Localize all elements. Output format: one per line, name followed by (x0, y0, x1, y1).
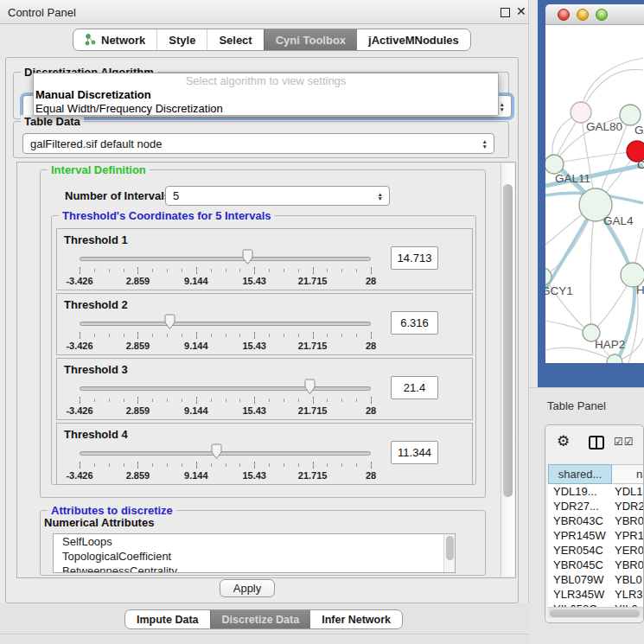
slider-track[interactable] (80, 386, 371, 391)
group-title: Interval Definition (48, 163, 150, 176)
threshold-value-field[interactable]: 21.4 (391, 376, 438, 399)
slider-thumb[interactable] (241, 249, 254, 265)
list-scrollbar[interactable] (443, 534, 455, 572)
dropdown-option-manual[interactable]: Manual Discretization (34, 88, 498, 102)
minimize-traffic-light-icon[interactable] (577, 9, 589, 21)
node-label: GAL4 (603, 214, 634, 227)
threshold-panel: Threshold 4 -3.4262.8599.14415.4321.7152… (56, 423, 473, 485)
network-node[interactable] (620, 105, 641, 125)
gear-icon[interactable]: ⚙ (557, 432, 570, 450)
node-label: C (637, 158, 644, 171)
close-icon[interactable]: ✕ (516, 4, 526, 18)
tab-discretize-data[interactable]: Discretize Data (210, 610, 311, 628)
tab-style[interactable]: Style (156, 29, 207, 50)
slider-thumb[interactable] (303, 379, 316, 395)
stepper-icon[interactable]: ▲▼ (482, 139, 488, 149)
threshold-label: Threshold 2 (64, 298, 128, 311)
tab-impute-data[interactable]: Impute Data (125, 610, 210, 628)
divider (0, 634, 529, 634)
tab-jactivemnodules[interactable]: jActiveMNodules (357, 29, 470, 50)
table-row[interactable]: YBR045C YBR0 (548, 558, 644, 572)
group-title: Table Data (21, 115, 84, 128)
list-item[interactable]: SelfLoops (54, 534, 455, 549)
table-panel-title: Table Panel (547, 399, 606, 412)
table-row[interactable]: YPR145W YPR1 (548, 528, 644, 543)
list-item[interactable]: BetweennessCentrality (54, 564, 455, 573)
tab-network[interactable]: Network (73, 29, 156, 50)
list-item[interactable]: TopologicalCoefficient (54, 549, 455, 564)
slider-track[interactable] (80, 257, 371, 261)
table-row[interactable]: YDL19... YDL1 (548, 484, 644, 499)
numerical-attributes-list[interactable]: SelfLoopsTopologicalCoefficientBetweenne… (53, 533, 456, 573)
slider-track[interactable] (80, 451, 371, 456)
dropdown-option-equal-width[interactable]: Equal Width/Frequency Discretization (34, 102, 498, 116)
network-icon (85, 34, 96, 46)
scrollbar-thumb[interactable] (446, 536, 454, 560)
horizontal-scrollbar[interactable] (548, 607, 644, 618)
close-traffic-light-icon[interactable] (558, 9, 570, 21)
table-row[interactable]: YDR27... YDR2 (548, 499, 644, 513)
table-data-value: galFiltered.sif default node (30, 137, 162, 150)
column-header-shared[interactable]: shared... (548, 464, 612, 484)
table-data-group: Table Data galFiltered.sif default node … (13, 121, 509, 158)
scrollbar-thumb[interactable] (550, 609, 640, 617)
checkbox-icons[interactable]: ☑☑ (614, 436, 634, 448)
slider-minor-ticks (80, 399, 372, 402)
group-title: Threshold's Coordinates for 5 Intervals (59, 209, 274, 222)
tab-infer-network[interactable]: Infer Network (310, 610, 402, 628)
group-title: Attributes to discretize (48, 504, 176, 517)
bottom-tab-bar: Impute Data Discretize Data Infer Networ… (124, 609, 403, 629)
interval-definition-group: Interval Definition Number of Intervals … (40, 169, 486, 498)
threshold-label: Threshold 4 (64, 428, 128, 441)
thresholds-group: Threshold's Coordinates for 5 Intervals … (51, 215, 476, 485)
slider-tick-labels: -3.4262.8599.14415.4321.71528 (80, 276, 371, 287)
window-title: Control Panel (8, 6, 76, 19)
node-label: HAP2 (595, 338, 625, 351)
threshold-panel: Threshold 3 -3.4262.8599.14415.4321.7152… (56, 358, 473, 420)
threshold-value-field[interactable]: 14.713 (391, 246, 438, 270)
number-of-intervals-label: Number of Intervals (65, 189, 170, 202)
cyni-toolbox-panel: Discretization Algorithm ▲▼ Table Data g… (5, 57, 519, 603)
table-row[interactable]: YBL079W YBL0 (548, 572, 644, 587)
number-of-intervals-select[interactable]: 5 ▲▼ (165, 186, 390, 206)
stepper-icon[interactable]: ▲▼ (378, 191, 383, 201)
control-panel-window: Control Panel ✕ Network Style Select Cyn… (0, 0, 529, 644)
table-row[interactable]: YLR345W YLR3 (548, 587, 644, 602)
vertical-scrollbar[interactable] (501, 163, 514, 577)
network-window-titlebar[interactable] (545, 4, 644, 25)
network-canvas[interactable]: GAL80 GA C GAL11 GAL4 GCY1 H HAP2 (545, 25, 644, 363)
network-node[interactable] (545, 155, 564, 174)
threshold-value-field[interactable]: 11.344 (391, 441, 438, 464)
slider-minor-ticks (80, 463, 372, 467)
algorithm-dropdown-popup: Select algorithm to view settings Manual… (33, 73, 499, 116)
apply-button[interactable]: Apply (220, 579, 275, 597)
column-header-name[interactable]: na (612, 464, 644, 484)
zoom-traffic-light-icon[interactable] (596, 9, 608, 21)
dropdown-prompt: Select algorithm to view settings (34, 73, 498, 88)
table-row[interactable]: YER054C YER0 (548, 543, 644, 558)
slider-tick-labels: -3.4262.8599.14415.4321.71528 (80, 470, 371, 481)
control-panel-titlebar: Control Panel ✕ (0, 0, 528, 24)
threshold-value-field[interactable]: 6.316 (391, 311, 438, 335)
slider-thumb[interactable] (210, 443, 223, 460)
node-label: GCY1 (545, 284, 573, 297)
network-view-window[interactable]: GAL80 GA C GAL11 GAL4 GCY1 H HAP2 (538, 0, 644, 387)
float-window-icon[interactable] (501, 8, 510, 17)
tab-cyni-toolbox[interactable]: Cyni Toolbox (264, 29, 357, 50)
stepper-icon[interactable]: ▲▼ (500, 102, 505, 112)
attributes-group: Attributes to discretize Numerical Attri… (40, 510, 486, 576)
slider-thumb[interactable] (163, 314, 176, 330)
threshold-label: Threshold 3 (64, 363, 128, 376)
split-view-icon[interactable] (589, 436, 604, 450)
tab-select[interactable]: Select (207, 29, 263, 50)
node-label: GAL80 (586, 120, 622, 133)
network-graph[interactable]: GAL80 GA C GAL11 GAL4 GCY1 H HAP2 (545, 25, 644, 363)
scrollbar-thumb[interactable] (503, 184, 513, 497)
table-data-select[interactable]: galFiltered.sif default node ▲▼ (22, 133, 494, 154)
node-label: GA (634, 124, 644, 137)
threshold-label: Threshold 1 (64, 233, 128, 246)
numerical-attributes-label: Numerical Attributes (44, 516, 154, 529)
table-row[interactable]: YBR043C YBR0 (548, 513, 644, 528)
node-label: GAL11 (555, 172, 590, 185)
slider-track[interactable] (80, 322, 371, 326)
